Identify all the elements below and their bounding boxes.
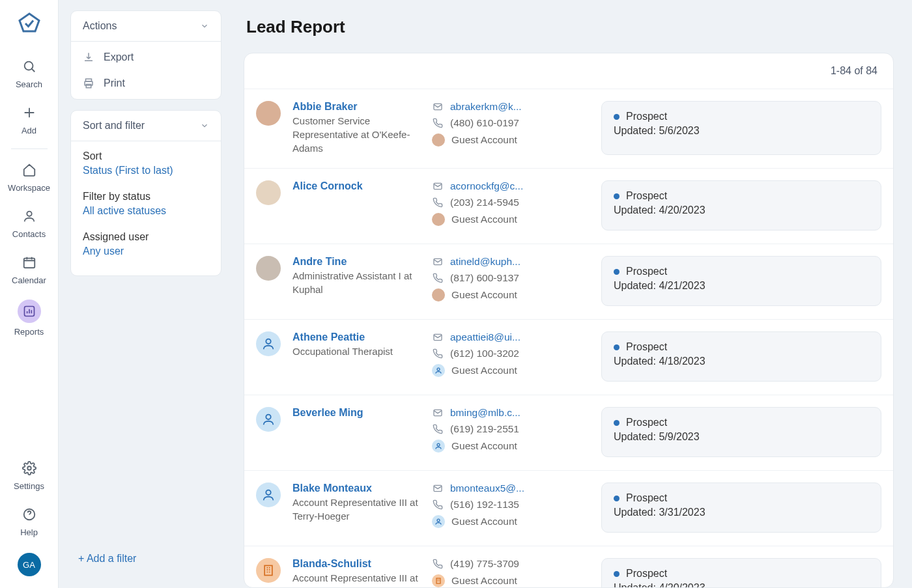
lead-email[interactable]: bmonteaux5@... bbox=[432, 483, 562, 494]
sort-label: Sort bbox=[83, 150, 209, 162]
lead-owner[interactable]: Guest Account bbox=[432, 515, 562, 528]
action-export[interactable]: Export bbox=[71, 44, 221, 70]
lead-email[interactable]: acornockfg@c... bbox=[432, 180, 562, 192]
actions-header[interactable]: Actions bbox=[71, 11, 221, 42]
svg-point-15 bbox=[266, 415, 270, 419]
status-updated: Updated: 4/20/2023 bbox=[614, 204, 869, 216]
status-card[interactable]: Prospect Updated: 4/20/2023 bbox=[601, 558, 881, 588]
rail-add[interactable]: Add bbox=[7, 98, 52, 145]
rail-workspace[interactable]: Workspace bbox=[7, 156, 52, 202]
lead-name-link[interactable]: Beverlee Ming bbox=[292, 407, 420, 419]
lead-subtitle: Customer Service Representative at O'Kee… bbox=[292, 114, 420, 155]
nav-rail: Search Add Workspace Contacts Calendar R… bbox=[0, 0, 59, 588]
rail-reports[interactable]: Reports bbox=[7, 294, 52, 346]
user-avatar[interactable]: GA bbox=[18, 553, 41, 576]
lead-phone[interactable]: (516) 192-1135 bbox=[432, 499, 562, 511]
lead-phone[interactable]: (619) 219-2551 bbox=[432, 423, 562, 435]
status-label: Prospect bbox=[626, 190, 667, 202]
status-card[interactable]: Prospect Updated: 4/18/2023 bbox=[601, 331, 881, 382]
lead-avatar[interactable] bbox=[256, 256, 281, 281]
lead-phone[interactable]: (817) 600-9137 bbox=[432, 272, 562, 284]
lead-phone[interactable]: (480) 610-0197 bbox=[432, 117, 562, 129]
lead-name-link[interactable]: Blake Monteaux bbox=[292, 483, 420, 494]
lead-name-link[interactable]: Abbie Braker bbox=[292, 101, 420, 113]
lead-avatar[interactable] bbox=[256, 101, 281, 126]
rail-help[interactable]: Help bbox=[7, 500, 52, 546]
action-label: Export bbox=[104, 51, 134, 63]
lead-row[interactable]: Athene Peattie Occupational Therapist ap… bbox=[244, 320, 893, 395]
lead-subtitle: Account Representative III at Terry-Hoeg… bbox=[292, 496, 420, 523]
lead-phone[interactable]: (419) 775-3709 bbox=[432, 558, 562, 570]
actions-panel: Actions Export Print bbox=[70, 10, 221, 100]
lead-row[interactable]: Andre Tine Administrative Assistant I at… bbox=[244, 244, 893, 320]
lead-row[interactable]: Beverlee Ming bming@mlb.c...(619) 219-25… bbox=[244, 395, 893, 471]
svg-rect-22 bbox=[436, 578, 440, 583]
lead-row[interactable]: Blanda-Schulist Account Representative I… bbox=[244, 546, 893, 588]
lead-owner[interactable]: Guest Account bbox=[432, 440, 562, 453]
status-card[interactable]: Prospect Updated: 4/20/2023 bbox=[601, 180, 881, 231]
lead-email[interactable]: abrakerkm@k... bbox=[432, 101, 562, 113]
phone-icon bbox=[432, 424, 444, 434]
status-updated: Updated: 4/20/2023 bbox=[614, 582, 869, 588]
search-icon bbox=[20, 57, 38, 76]
lead-name-link[interactable]: Blanda-Schulist bbox=[292, 558, 420, 570]
lead-owner[interactable]: Guest Account bbox=[432, 364, 562, 377]
app-logo[interactable] bbox=[14, 8, 45, 39]
lead-owner[interactable]: Guest Account bbox=[432, 213, 562, 226]
status-updated: Updated: 4/21/2023 bbox=[614, 280, 869, 292]
rail-contacts[interactable]: Contacts bbox=[7, 202, 52, 248]
rail-label: Search bbox=[16, 79, 42, 89]
filter-status-value[interactable]: All active statuses bbox=[83, 205, 209, 217]
svg-rect-21 bbox=[264, 566, 272, 576]
status-card[interactable]: Prospect Updated: 4/21/2023 bbox=[601, 256, 881, 306]
add-filter-button[interactable]: + Add a filter bbox=[70, 548, 221, 578]
sort-filter-header[interactable]: Sort and filter bbox=[71, 111, 221, 141]
lead-name-link[interactable]: Athene Peattie bbox=[292, 331, 420, 343]
lead-owner[interactable]: Guest Account bbox=[432, 574, 562, 587]
lead-row[interactable]: Abbie Braker Customer Service Representa… bbox=[244, 89, 893, 169]
lead-name-link[interactable]: Alice Cornock bbox=[292, 180, 420, 192]
lead-subtitle: Administrative Assistant I at Kuphal bbox=[292, 269, 420, 296]
rail-settings[interactable]: Settings bbox=[7, 454, 52, 500]
lead-phone[interactable]: (612) 100-3202 bbox=[432, 348, 562, 359]
owner-avatar-icon bbox=[432, 440, 445, 453]
lead-avatar[interactable] bbox=[256, 483, 281, 507]
status-card[interactable]: Prospect Updated: 5/6/2023 bbox=[601, 101, 881, 155]
actions-title: Actions bbox=[83, 20, 117, 32]
phone-icon bbox=[432, 197, 444, 208]
lead-avatar[interactable] bbox=[256, 331, 281, 356]
reports-icon bbox=[18, 300, 41, 323]
lead-owner[interactable]: Guest Account bbox=[432, 288, 562, 301]
owner-text: Guest Account bbox=[451, 575, 517, 587]
assigned-user-value[interactable]: Any user bbox=[83, 245, 209, 257]
lead-email[interactable]: atineld@kuph... bbox=[432, 256, 562, 268]
lead-avatar[interactable] bbox=[256, 407, 281, 432]
rail-search[interactable]: Search bbox=[7, 52, 52, 98]
rail-label: Workspace bbox=[8, 183, 50, 193]
mail-icon bbox=[432, 408, 444, 418]
lead-avatar[interactable] bbox=[256, 180, 281, 205]
status-card[interactable]: Prospect Updated: 5/9/2023 bbox=[601, 407, 881, 457]
assigned-user-label: Assigned user bbox=[83, 231, 209, 243]
phone-text: (516) 192-1135 bbox=[450, 499, 519, 511]
lead-email[interactable]: apeattiei8@ui... bbox=[432, 331, 562, 343]
phone-text: (419) 775-3709 bbox=[450, 558, 519, 570]
svg-point-20 bbox=[437, 519, 440, 522]
lead-name-link[interactable]: Andre Tine bbox=[292, 256, 420, 268]
lead-owner[interactable]: Guest Account bbox=[432, 133, 562, 147]
lead-phone[interactable]: (203) 214-5945 bbox=[432, 197, 562, 208]
lead-row[interactable]: Alice Cornock acornockfg@c...(203) 214-5… bbox=[244, 169, 893, 244]
lead-email[interactable]: bming@mlb.c... bbox=[432, 407, 562, 419]
lead-avatar[interactable] bbox=[256, 558, 281, 583]
rail-divider bbox=[11, 148, 48, 149]
rail-calendar[interactable]: Calendar bbox=[7, 248, 52, 294]
lead-list: 1-84 of 84 Abbie Braker Customer Service… bbox=[244, 53, 894, 588]
status-card[interactable]: Prospect Updated: 3/31/2023 bbox=[601, 483, 881, 533]
chevron-down-icon bbox=[200, 21, 209, 31]
action-print[interactable]: Print bbox=[71, 70, 221, 96]
svg-point-12 bbox=[266, 339, 270, 344]
lead-row[interactable]: Blake Monteaux Account Representative II… bbox=[244, 471, 893, 546]
mail-icon bbox=[432, 257, 444, 267]
sort-value[interactable]: Status (First to last) bbox=[83, 165, 209, 176]
owner-avatar-icon bbox=[432, 364, 445, 377]
